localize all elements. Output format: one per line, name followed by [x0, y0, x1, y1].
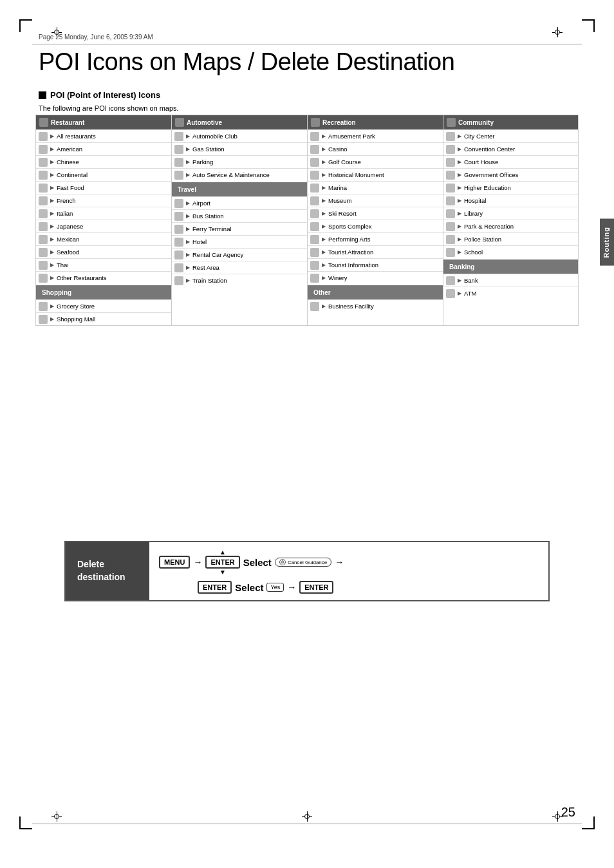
- restaurant-header-icon: [39, 118, 48, 127]
- poi-column-restaurant: Restaurant▶All restaurants▶American▶Chin…: [35, 115, 171, 326]
- poi-item-label: Rest Area: [192, 264, 219, 271]
- sub-section-label: Travel: [178, 186, 196, 193]
- poi-item: ▶Rental Car Agency: [172, 248, 307, 261]
- crosshair-bl: [51, 811, 62, 822]
- poi-item: ▶Business Facility: [308, 299, 443, 312]
- poi-item: ▶Gas Station: [172, 142, 307, 155]
- corner-mark-bl: [19, 816, 32, 829]
- restaurant-item-icon-9: [39, 248, 48, 257]
- sub-section-label: Shopping: [42, 289, 71, 296]
- menu-key[interactable]: MENU: [159, 556, 190, 569]
- select-label-2: Select: [235, 582, 263, 593]
- recreation-item-icon-8: [310, 235, 319, 244]
- poi-item-label: Hotel: [192, 238, 207, 245]
- automotive-item-icon-3: [174, 171, 183, 180]
- meta-line: Page 25 Monday, June 6, 2005 9:39 AM: [39, 33, 153, 41]
- recreation-item-icon-0: [310, 132, 319, 141]
- bottom-rule: [32, 824, 582, 824]
- restaurant-item-icon-6: [39, 209, 48, 218]
- sub-section-header-0: Banking: [443, 259, 578, 274]
- list-arrow: ▶: [322, 146, 326, 152]
- poi-item: ▶Rest Area: [172, 261, 307, 274]
- list-arrow: ▶: [186, 226, 190, 232]
- poi-item: ▶Park & Recreation: [443, 220, 578, 232]
- poi-item: ▶Other Restaurants: [36, 271, 171, 284]
- poi-item-label: School: [464, 249, 483, 256]
- list-arrow: ▶: [322, 172, 326, 178]
- community-item-icon-6: [446, 209, 455, 218]
- restaurant-item-icon-0: [39, 132, 48, 141]
- poi-item: ▶Government Offices: [443, 168, 578, 181]
- poi-item-label: Performing Arts: [328, 236, 370, 243]
- list-arrow: ▶: [458, 133, 461, 139]
- list-arrow: ▶: [186, 239, 190, 245]
- down-arrow: ▼: [219, 569, 226, 576]
- poi-item: ▶Convention Center: [443, 142, 578, 155]
- poi-table: Restaurant▶All restaurants▶American▶Chin…: [35, 115, 579, 326]
- poi-item-label: Bus Station: [192, 212, 224, 220]
- sub-item-icon: [174, 238, 183, 247]
- poi-column-automotive: Automotive▶Automobile Club▶Gas Station▶P…: [171, 115, 307, 326]
- step-row-2: ENTER Select Yes → ENTER: [198, 581, 539, 594]
- restaurant-item-icon-1: [39, 145, 48, 154]
- poi-item: ▶Tourist Information: [308, 258, 443, 271]
- list-arrow: ▶: [458, 198, 461, 203]
- poi-item-label: Government Offices: [464, 171, 518, 178]
- poi-item: ▶Ski Resort: [308, 207, 443, 220]
- poi-item-label: Library: [464, 210, 483, 217]
- list-arrow: ▶: [322, 249, 326, 255]
- list-arrow: ▶: [50, 172, 54, 178]
- poi-item: ▶Japanese: [36, 220, 171, 232]
- recreation-header-label: Recreation: [322, 119, 356, 126]
- poi-item-label: Mexican: [57, 236, 79, 243]
- poi-item: ▶Police Station: [443, 232, 578, 245]
- list-arrow: ▶: [458, 290, 461, 296]
- poi-item: ▶Fast Food: [36, 181, 171, 194]
- list-arrow: ▶: [322, 303, 326, 309]
- yes-badge: Yes: [266, 583, 284, 592]
- sub-item-icon: [39, 302, 48, 311]
- enter-key-3[interactable]: ENTER: [299, 581, 333, 594]
- list-arrow: ▶: [458, 211, 461, 216]
- community-item-icon-4: [446, 184, 455, 193]
- recreation-item-icon-7: [310, 222, 319, 231]
- poi-item: ▶ATM: [443, 287, 578, 299]
- restaurant-item-icon-3: [39, 171, 48, 180]
- delete-destination-label: Delete destination: [66, 542, 149, 600]
- sub-section-label: Banking: [449, 263, 474, 270]
- restaurant-item-icon-2: [39, 158, 48, 167]
- enter-key-2[interactable]: ENTER: [198, 581, 232, 594]
- poi-item: ▶Higher Education: [443, 181, 578, 194]
- automotive-header-icon: [175, 118, 184, 127]
- crosshair-tr: [552, 27, 563, 37]
- delete-destination-box: Delete destination MENU → ▲ ENTER ▼ Sele…: [64, 541, 550, 601]
- poi-item-label: Continental: [57, 171, 88, 178]
- poi-item-label: Amusement Park: [328, 133, 375, 140]
- poi-item: ▶Seafood: [36, 245, 171, 258]
- poi-item: ▶Historical Monument: [308, 168, 443, 181]
- list-arrow: ▶: [50, 185, 54, 191]
- list-arrow: ▶: [322, 275, 326, 281]
- corner-mark-tl: [19, 19, 32, 32]
- list-arrow: ▶: [322, 262, 326, 268]
- step-row-1: MENU → ▲ ENTER ▼ Select ⊘ Cancel Guidanc…: [159, 549, 539, 576]
- enter-key-1[interactable]: ENTER: [205, 556, 239, 569]
- list-arrow: ▶: [186, 200, 190, 206]
- sub-section-header-0: Other: [308, 285, 443, 299]
- recreation-item-icon-4: [310, 184, 319, 193]
- poi-item-label: Italian: [57, 210, 73, 217]
- poi-item-label: Museum: [328, 197, 351, 204]
- page-number: 25: [561, 805, 575, 820]
- poi-item: ▶Thai: [36, 258, 171, 271]
- list-arrow: ▶: [50, 249, 54, 255]
- automotive-header-label: Automotive: [187, 119, 222, 126]
- col-header-recreation: Recreation: [308, 115, 443, 129]
- poi-item: ▶School: [443, 245, 578, 258]
- recreation-header-icon: [311, 118, 320, 127]
- poi-item: ▶Golf Course: [308, 155, 443, 168]
- list-arrow: ▶: [458, 159, 461, 165]
- list-arrow: ▶: [458, 249, 461, 255]
- list-arrow: ▶: [50, 211, 54, 216]
- list-arrow: ▶: [458, 278, 461, 283]
- list-arrow: ▶: [322, 236, 326, 242]
